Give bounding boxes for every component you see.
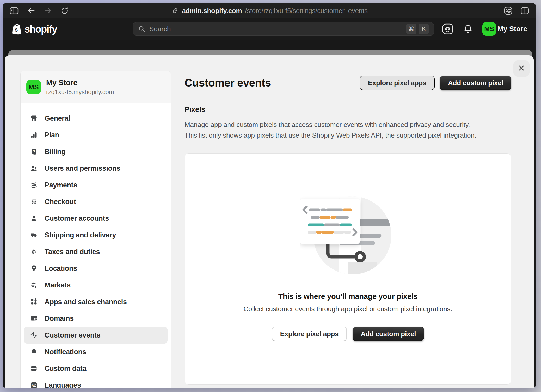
empty-add-custom-pixel-button[interactable]: Add custom pixel (353, 327, 424, 341)
apps-icon (30, 298, 38, 306)
sidebar-item-customer-events[interactable]: Customer events (24, 327, 168, 344)
sidebar-item-label: Taxes and duties (45, 248, 100, 256)
sidebar-item-label: Shipping and delivery (45, 231, 116, 239)
explore-pixel-apps-button[interactable]: Explore pixel apps (360, 76, 435, 90)
add-custom-pixel-button[interactable]: Add custom pixel (440, 76, 511, 90)
svg-text:$: $ (33, 149, 35, 153)
sidebar-item-domains[interactable]: Domains (24, 310, 168, 327)
taxbag-icon (30, 248, 38, 256)
sidebar-item-general[interactable]: General (24, 110, 168, 127)
person-icon (30, 215, 38, 222)
sidebar-item-label: Notifications (45, 348, 86, 356)
shopify-bag-icon: S (11, 23, 22, 35)
sidebar-item-shipping-and-delivery[interactable]: Shipping and delivery (24, 227, 168, 243)
sidebar-item-label: Checkout (45, 198, 76, 206)
shopify-logo[interactable]: S shopify (11, 23, 57, 35)
search-icon (138, 25, 146, 33)
sidebar-item-label: Custom data (45, 365, 86, 373)
sidebar-toggle-icon[interactable] (9, 7, 19, 15)
search-input[interactable]: Search ⌘ K (133, 22, 434, 36)
domains-icon (30, 315, 38, 322)
empty-state-subtext: Collect customer events through app pixe… (185, 305, 511, 313)
globe-icon: $ (30, 281, 38, 289)
link-icon (171, 7, 179, 15)
url-path: /store/rzq1xu-f5/settings/customer_event… (245, 7, 367, 15)
sidebar-item-locations[interactable]: Locations (24, 260, 168, 277)
app-pixels-link[interactable]: app pixels (244, 131, 274, 139)
page-title: Customer events (185, 77, 271, 89)
sidebar-store-avatar: MS (26, 80, 41, 94)
cart-icon (30, 198, 38, 206)
pixels-illustration (300, 188, 396, 277)
svg-text:$: $ (35, 285, 36, 288)
description-line2: This list only shows app pixels that use… (185, 130, 511, 141)
bell-icon (30, 348, 38, 356)
sidebar-item-languages[interactable]: A Languages (24, 377, 168, 388)
pixels-description: Manage app and custom pixels that access… (185, 119, 511, 141)
sidebar-item-checkout[interactable]: Checkout (24, 193, 168, 210)
sidebar-store-header[interactable]: MS My Store rzq1xu-f5.myshopify.com (21, 71, 171, 103)
settings-sidebar: MS My Store rzq1xu-f5.myshopify.com Gene… (20, 71, 171, 388)
cursor-spark-icon (30, 331, 38, 339)
sidebar-item-payments[interactable]: Payments (24, 177, 168, 193)
payments-icon (30, 181, 38, 189)
pixels-section-title: Pixels (185, 105, 511, 114)
sidekick-assistant-icon[interactable] (442, 23, 454, 35)
sidebar-item-label: Apps and sales channels (45, 298, 127, 306)
store-avatar: MS (482, 22, 496, 36)
storefront-icon (30, 114, 38, 122)
admin-header: S shopify Search ⌘ K (3, 18, 536, 40)
sidebar-item-plan[interactable]: Plan (24, 127, 168, 143)
sidebar-item-label: Customer accounts (45, 215, 109, 223)
sidebar-item-users-and-permissions[interactable]: Users and permissions (24, 160, 168, 177)
svg-text:A: A (32, 384, 34, 388)
sidebar-item-label: Languages (45, 381, 81, 388)
sidebar-item-markets[interactable]: $ Markets (24, 277, 168, 293)
forward-icon[interactable] (44, 7, 52, 15)
sidebar-item-label: Domains (45, 315, 74, 323)
sidebar-item-label: Customer events (45, 331, 101, 339)
close-button[interactable] (513, 60, 530, 77)
browser-toolbar: admin.shopify.com/store/rzq1xu-f5/settin… (3, 3, 536, 18)
store-menu-button[interactable]: MS My Store (482, 22, 527, 36)
empty-state-heading: This is where you’ll manage your pixels (185, 292, 511, 301)
notifications-bell-icon[interactable] (463, 23, 474, 34)
pixels-empty-card: This is where you’ll manage your pixels … (185, 153, 511, 385)
billing-icon: $ (30, 148, 38, 156)
svg-text:S: S (15, 28, 18, 32)
sidebar-item-label: Plan (45, 131, 59, 139)
sidebar-item-billing[interactable]: $ Billing (24, 143, 168, 160)
page-settings-icon[interactable] (504, 6, 513, 15)
pin-icon (30, 265, 38, 272)
sidebar-item-label: Locations (45, 265, 77, 273)
users-icon (30, 164, 38, 172)
sidebar-item-label: Payments (45, 181, 77, 189)
settings-main: Customer events Explore pixel apps Add c… (171, 55, 534, 388)
customdata-icon (30, 365, 38, 372)
description-line1: Manage app and custom pixels that access… (185, 119, 511, 130)
sidebar-item-customer-accounts[interactable]: Customer accounts (24, 210, 168, 227)
sidebar-store-name: My Store (46, 78, 114, 87)
browser-window: admin.shopify.com/store/rzq1xu-f5/settin… (3, 3, 536, 388)
sidebar-item-label: General (45, 114, 70, 123)
k-key-badge: K (419, 24, 429, 34)
languages-icon: A (30, 381, 38, 388)
empty-explore-pixel-apps-button[interactable]: Explore pixel apps (272, 327, 347, 341)
url-host: admin.shopify.com (182, 7, 242, 15)
sidebar-item-custom-data[interactable]: Custom data (24, 360, 168, 377)
split-view-icon[interactable] (520, 6, 529, 15)
sidebar-item-label: Markets (45, 281, 71, 289)
back-icon[interactable] (27, 7, 35, 15)
workspace: MS My Store rzq1xu-f5.myshopify.com Gene… (3, 40, 536, 388)
truck-icon (30, 231, 38, 239)
sidebar-item-taxes-and-duties[interactable]: Taxes and duties (24, 243, 168, 260)
plan-icon (30, 131, 38, 139)
header-store-name: My Store (497, 25, 527, 33)
sidebar-store-domain: rzq1xu-f5.myshopify.com (46, 88, 114, 96)
sidebar-item-notifications[interactable]: Notifications (24, 344, 168, 360)
cmd-key-badge: ⌘ (406, 24, 416, 34)
address-bar[interactable]: admin.shopify.com/store/rzq1xu-f5/settin… (171, 7, 367, 15)
search-placeholder: Search (149, 25, 171, 33)
reload-icon[interactable] (60, 7, 69, 15)
sidebar-item-apps-and-sales-channels[interactable]: Apps and sales channels (24, 293, 168, 310)
